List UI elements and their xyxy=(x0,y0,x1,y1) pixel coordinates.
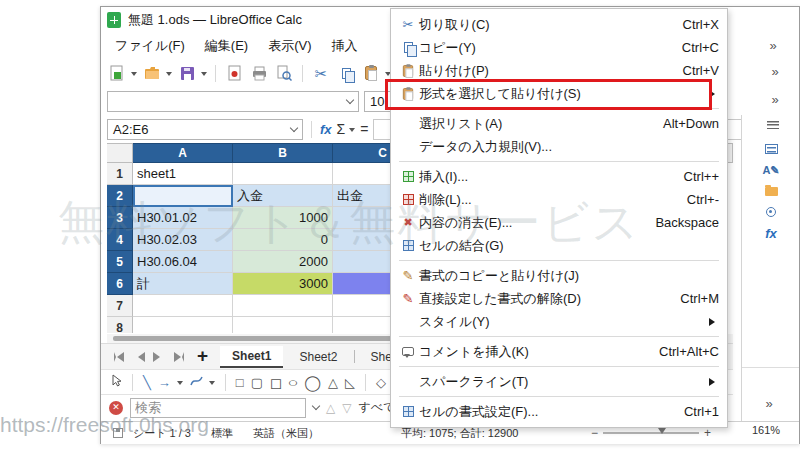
zoom-slider-handle[interactable] xyxy=(658,428,666,438)
cell-b1[interactable] xyxy=(233,163,333,185)
copy-button[interactable] xyxy=(336,62,356,84)
save-button[interactable] xyxy=(177,62,197,84)
menu-item-clear-direct-formatting[interactable]: ✎ 直接設定した書式の解除(D) Ctrl+M xyxy=(391,287,727,310)
sidebar-settings-button[interactable] xyxy=(762,116,784,134)
select-all-corner[interactable] xyxy=(107,143,133,163)
sidebar-bottom-overflow[interactable]: » xyxy=(758,394,780,412)
triangle-tool[interactable]: △ xyxy=(328,376,338,389)
sidebar-tab-properties[interactable] xyxy=(760,140,782,158)
menu-item-copy[interactable]: コピー(Y) Ctrl+C xyxy=(391,36,727,59)
cell-b5[interactable]: 2000 xyxy=(233,251,333,273)
zoom-in-button[interactable]: + xyxy=(704,426,711,440)
export-pdf-button[interactable] xyxy=(224,62,244,84)
sheet-number-status[interactable]: シート 1 / 3 xyxy=(123,426,201,441)
formatting-overflow-button[interactable]: » xyxy=(764,90,786,108)
find-previous-button[interactable]: △ xyxy=(326,401,335,415)
cell[interactable] xyxy=(133,295,233,317)
cut-button[interactable]: ✂ xyxy=(311,62,331,84)
row-header[interactable]: 6 xyxy=(107,273,133,295)
cell-a4[interactable]: H30.02.03 xyxy=(133,229,233,251)
open-dropdown-arrow[interactable] xyxy=(166,72,172,79)
menu-item-delete-cells[interactable]: 削除(L)... Ctrl+- xyxy=(391,188,727,211)
first-sheet-button[interactable] xyxy=(111,349,127,365)
row-header[interactable]: 8 xyxy=(107,317,133,333)
menu-file[interactable]: ファイル(F) xyxy=(105,34,195,58)
add-sheet-button[interactable]: + xyxy=(197,345,208,367)
find-next-button[interactable]: ▽ xyxy=(342,401,351,415)
menu-item-clear-contents[interactable]: ✖ 内容の消去(E)... Backspace xyxy=(391,211,727,234)
zoom-percent[interactable]: 161% xyxy=(752,424,780,436)
cell-b4[interactable]: 0 xyxy=(233,229,333,251)
select-tool[interactable] xyxy=(111,373,122,391)
rectangle-tool[interactable]: □ xyxy=(236,376,244,389)
sidebar-tab-navigator[interactable] xyxy=(760,203,782,221)
menu-item-selection-list[interactable]: 選択リスト(A) Alt+Down xyxy=(391,112,727,135)
name-box[interactable]: A2:E6 xyxy=(107,119,303,140)
menu-item-insert-cells[interactable]: 挿入(I)... Ctrl++ xyxy=(391,165,727,188)
column-header-b[interactable]: B xyxy=(233,143,333,163)
cell[interactable] xyxy=(233,317,333,333)
previous-sheet-button[interactable] xyxy=(131,349,147,365)
sum-dropdown-arrow[interactable] xyxy=(349,128,355,135)
line-tool[interactable]: ╲ xyxy=(143,376,151,389)
right-triangle-tool[interactable]: ◺ xyxy=(345,376,355,389)
row-header[interactable]: 1 xyxy=(107,163,133,185)
toolbar-overflow-button[interactable]: » xyxy=(764,62,786,80)
function-wizard-button[interactable]: fx xyxy=(320,122,332,137)
new-dropdown-arrow[interactable] xyxy=(131,72,137,79)
menu-item-sparklines[interactable]: スパークライン(T) xyxy=(391,370,727,393)
square-tool[interactable]: ◻ xyxy=(270,375,282,390)
search-input[interactable] xyxy=(130,398,306,418)
cell[interactable] xyxy=(233,295,333,317)
menu-view[interactable]: 表示(V) xyxy=(258,34,321,58)
save-dropdown-arrow[interactable] xyxy=(201,72,207,79)
cell-a2-active[interactable] xyxy=(133,185,233,207)
close-find-bar-button[interactable]: ✕ xyxy=(109,401,123,415)
cell-b2[interactable]: 入金 xyxy=(233,185,333,207)
font-name-combobox[interactable] xyxy=(107,91,359,112)
circle-tool[interactable]: ◯ xyxy=(304,375,321,390)
menu-item-merge-cells[interactable]: セルの結合(G) xyxy=(391,234,727,257)
tab-sheet2[interactable]: Sheet2 xyxy=(287,347,349,367)
menu-item-validity[interactable]: データの入力規則(V)... xyxy=(391,135,727,158)
cell-b3[interactable]: 1000 xyxy=(233,207,333,229)
sidebar-tab-gallery[interactable] xyxy=(760,182,782,200)
curve-tool[interactable] xyxy=(190,373,203,391)
menu-edit[interactable]: 編集(E) xyxy=(195,34,258,58)
cell-b6[interactable]: 3000 xyxy=(233,273,333,295)
menu-item-insert-comment[interactable]: コメントを挿入(K) Ctrl+Alt+C xyxy=(391,340,727,363)
sidebar-tab-functions[interactable]: fx xyxy=(760,224,782,242)
row-header[interactable]: 4 xyxy=(107,229,133,251)
page-style-status[interactable]: 標準 xyxy=(201,426,243,441)
zoom-out-button[interactable]: − xyxy=(591,426,598,440)
new-document-button[interactable] xyxy=(107,62,127,84)
formula-button[interactable]: = xyxy=(360,121,368,137)
arrow-dropdown-arrow[interactable] xyxy=(177,381,183,388)
paste-button[interactable] xyxy=(361,62,381,84)
column-header-a[interactable]: A xyxy=(133,143,233,163)
arrow-tool[interactable]: → xyxy=(158,376,171,389)
menu-insert[interactable]: 挿入 xyxy=(322,34,368,58)
last-sheet-button[interactable] xyxy=(171,349,187,365)
language-status[interactable]: 英語（米国） xyxy=(243,426,329,441)
menu-item-format-cells[interactable]: セルの書式設定(F)... Ctrl+1 xyxy=(391,400,727,423)
sidebar-tab-styles[interactable]: A✎ xyxy=(760,161,782,179)
curve-dropdown-arrow[interactable] xyxy=(209,381,215,388)
cell-a5[interactable]: H30.06.04 xyxy=(133,251,233,273)
menu-item-clone-formatting[interactable]: ✎ 書式のコピーと貼り付け(J) xyxy=(391,264,727,287)
menu-item-cut[interactable]: ✂ 切り取り(C) Ctrl+X xyxy=(391,13,727,36)
ellipse-tool[interactable]: ○ xyxy=(288,376,299,389)
row-header[interactable]: 7 xyxy=(107,295,133,317)
sum-button[interactable]: Σ xyxy=(337,121,346,137)
row-header[interactable]: 3 xyxy=(107,207,133,229)
next-sheet-button[interactable] xyxy=(151,349,167,365)
open-button[interactable] xyxy=(142,62,162,84)
row-header[interactable]: 5 xyxy=(107,251,133,273)
cell-a3[interactable]: H30.01.02 xyxy=(133,207,233,229)
menu-item-styles[interactable]: スタイル(Y) xyxy=(391,310,727,333)
print-button[interactable] xyxy=(249,62,269,84)
zoom-slider-track[interactable] xyxy=(603,432,699,434)
cell-a6[interactable]: 計 xyxy=(133,273,233,295)
tab-sheet1[interactable]: Sheet1 xyxy=(220,346,283,368)
rounded-rectangle-tool[interactable]: ▢ xyxy=(251,376,263,389)
